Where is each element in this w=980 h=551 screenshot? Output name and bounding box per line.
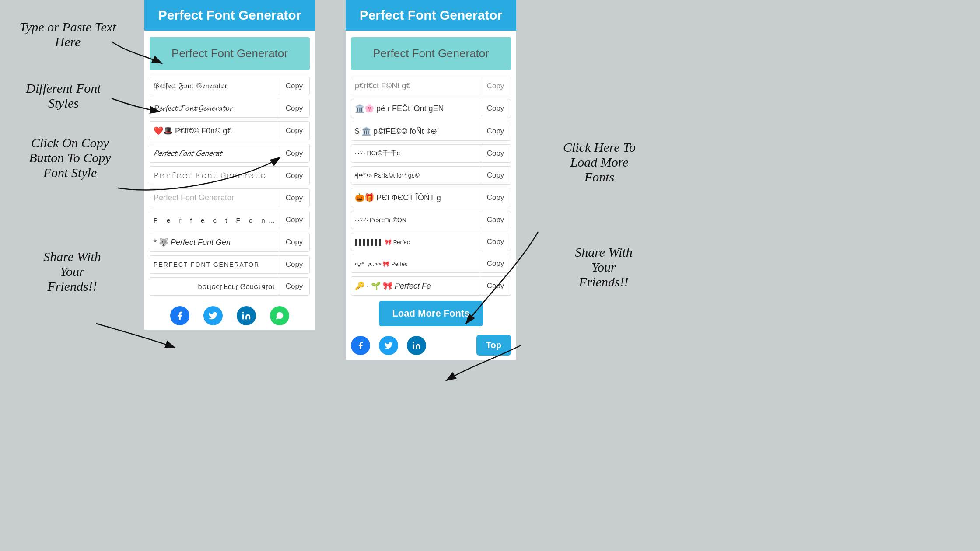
font-row-r9: 🔑 · 🌱 🎀 Perfect Fe Copy	[351, 276, 511, 296]
text-input[interactable]: Perfect Font Generator	[150, 37, 310, 70]
copy-btn-r8[interactable]: Copy	[480, 255, 511, 272]
font-row-7: P e r f e c t F o n t Copy	[150, 211, 310, 229]
copy-btn-1[interactable]: Copy	[279, 77, 309, 95]
font-text-9: PERFECT FONT GENERATOR	[150, 257, 279, 272]
font-row-r5: 🎃🎁 ΡЄГФЄCT ĨÔŃT g Copy	[351, 188, 511, 207]
copy-btn-r2[interactable]: Copy	[480, 122, 511, 140]
font-row-5: 𝙿𝚎𝚛𝚏𝚎𝚌𝚝 𝙵𝚘𝚗𝚝 𝙶𝚎𝚗𝚎𝚛𝚊𝚝𝚘 Copy	[150, 166, 310, 185]
copy-btn-8[interactable]: Copy	[279, 234, 309, 251]
font-row-3: ❤️🎩 P€ff€© F0n© g€ Copy	[150, 121, 310, 140]
font-text-r3: ·'·'·'· ΠЄr©千ª千c	[351, 145, 480, 162]
copy-btn-4[interactable]: Copy	[279, 145, 309, 162]
copy-btn-r3[interactable]: Copy	[480, 145, 511, 162]
font-text-r1: 🏛️🌸 pé r FEČt 'Ont gEN	[351, 99, 480, 118]
copy-btn-r9[interactable]: Copy	[480, 277, 511, 295]
font-text-r2: $ 🏛️ p©fFE©© foÑt ¢⊕|	[351, 122, 480, 140]
font-text-1: 𝔓𝔢𝔯𝔣𝔢𝔠𝔱 𝔉𝔬𝔫𝔱 𝔊𝔢𝔫𝔢𝔯𝔞𝔱𝔬𝔯	[150, 77, 279, 95]
font-row-9: PERFECT FONT GENERATOR Copy	[150, 255, 310, 274]
copy-btn-r7[interactable]: Copy	[480, 233, 511, 251]
annotation-share-right: Share WithYourFriends!!	[542, 245, 665, 289]
svg-point-1	[413, 342, 414, 343]
right-phone-panel: Perfect Font Generator Perfect Font Gene…	[346, 0, 516, 360]
font-row-8: * 🐺 Perfect Font Gen Copy	[150, 233, 310, 252]
top-button[interactable]: Top	[476, 335, 511, 356]
font-text-right-partial: p€rf€ct F©Nt g€	[351, 77, 480, 95]
right-bottom-row: Top	[346, 331, 516, 360]
copy-btn-5[interactable]: Copy	[279, 167, 309, 185]
copy-btn-2[interactable]: Copy	[279, 100, 309, 117]
twitter-icon-left[interactable]	[203, 306, 223, 325]
font-row-6: Perfect Font Generator Copy	[150, 188, 310, 207]
font-text-4: 𝘗𝘦𝘳𝘧𝘦𝘤𝘵 𝘍𝘰𝘯𝘵 𝘎𝘦𝘯𝘦𝘳𝘢𝘵	[150, 144, 279, 162]
font-row-r2: $ 🏛️ p©fFE©© foÑt ¢⊕| Copy	[351, 122, 511, 141]
copy-btn-9[interactable]: Copy	[279, 256, 309, 273]
copy-btn-right-partial[interactable]: Copy	[480, 77, 511, 95]
linkedin-icon-left[interactable]	[237, 306, 256, 325]
font-text-7: P e r f e c t F o n t	[150, 212, 279, 228]
font-text-r9: 🔑 · 🌱 🎀 Perfect Fe	[351, 277, 480, 295]
font-text-r7: ▌▌▌▌▌▌▌ 🎀 Perfec	[351, 234, 480, 250]
copy-btn-r6[interactable]: Copy	[480, 211, 511, 229]
font-text-r6: ·'·'·'·'· Рєя'є□т ©ON	[351, 212, 480, 228]
load-more-button[interactable]: Load More Fonts	[379, 301, 483, 326]
font-row-2: 𝓟𝓮𝓻𝓯𝓮𝓬𝓽 𝓕𝓸𝓷𝓽 𝓖𝓮𝓷𝓮𝓻𝓪𝓽𝓸𝓻 Copy	[150, 99, 310, 118]
font-text-8: * 🐺 Perfect Font Gen	[150, 233, 279, 251]
annotation-click-copy: Click On CopyButton To CopyFont Style	[9, 136, 131, 180]
font-text-2: 𝓟𝓮𝓻𝓯𝓮𝓬𝓽 𝓕𝓸𝓷𝓽 𝓖𝓮𝓷𝓮𝓻𝓪𝓽𝓸𝓻	[150, 99, 279, 117]
font-row-10: ɹoʇɐɹǝuǝ⅁ ʇuoℲ ʇɔǝɟɹǝd Copy	[150, 277, 310, 296]
facebook-icon-left[interactable]	[170, 306, 189, 325]
annotation-click-load: Click Here ToLoad MoreFonts	[538, 140, 661, 185]
font-text-10: ɹoʇɐɹǝuǝ⅁ ʇuoℲ ʇɔǝɟɹǝd	[150, 278, 279, 295]
right-panel-header: Perfect Font Generator	[346, 0, 516, 31]
font-text-r4: •|••°'•» Pɛrfɛ©t fo** gɛ©	[351, 167, 480, 183]
left-panel-header: Perfect Font Generator	[144, 0, 315, 31]
font-text-r5: 🎃🎁 ΡЄГФЄCT ĨÔŃT g	[351, 188, 480, 207]
annotation-type-paste: Type or Paste TextHere	[13, 20, 122, 49]
font-row-4: 𝘗𝘦𝘳𝘧𝘦𝘤𝘵 𝘍𝘰𝘯𝘵 𝘎𝘦𝘯𝘦𝘳𝘢𝘵 Copy	[150, 144, 310, 163]
copy-btn-r5[interactable]: Copy	[480, 189, 511, 206]
annotation-share-left: Share WithYourFriends!!	[22, 249, 122, 294]
font-row-r6: ·'·'·'·'· Рєя'є□т ©ON Copy	[351, 211, 511, 229]
font-row-r1: 🏛️🌸 pé r FEČt 'Ont gEN Copy	[351, 99, 511, 118]
copy-btn-r1[interactable]: Copy	[480, 100, 511, 117]
left-phone-panel: Perfect Font Generator Perfect Font Gene…	[144, 0, 315, 330]
annotation-different-fonts: Different FontStyles	[4, 81, 122, 111]
font-row-r3: ·'·'·'· ΠЄr©千ª千c Copy	[351, 144, 511, 163]
svg-point-0	[242, 312, 244, 314]
font-row-r4: •|••°'•» Pɛrfɛ©t fo** gɛ© Copy	[351, 166, 511, 185]
copy-btn-6[interactable]: Copy	[279, 189, 309, 207]
font-text-6: Perfect Font Generator	[150, 189, 279, 207]
copy-btn-7[interactable]: Copy	[279, 211, 309, 229]
twitter-icon-right[interactable]	[379, 336, 398, 355]
font-row-right-partial: p€rf€ct F©Nt g€ Copy	[351, 77, 511, 95]
right-text-input[interactable]: Perfect Font Generator	[351, 37, 511, 70]
copy-btn-3[interactable]: Copy	[279, 122, 309, 139]
whatsapp-icon-left[interactable]	[270, 306, 289, 325]
font-row-1: 𝔓𝔢𝔯𝔣𝔢𝔠𝔱 𝔉𝔬𝔫𝔱 𝔊𝔢𝔫𝔢𝔯𝔞𝔱𝔬𝔯 Copy	[150, 77, 310, 95]
copy-btn-10[interactable]: Copy	[279, 278, 309, 295]
facebook-icon-right[interactable]	[351, 336, 370, 355]
copy-btn-r4[interactable]: Copy	[480, 167, 511, 184]
font-text-5: 𝙿𝚎𝚛𝚏𝚎𝚌𝚝 𝙵𝚘𝚗𝚝 𝙶𝚎𝚗𝚎𝚛𝚊𝚝𝚘	[150, 167, 279, 185]
social-row-left	[144, 299, 315, 330]
font-text-3: ❤️🎩 P€ff€© F0n© g€	[150, 122, 279, 140]
linkedin-icon-right[interactable]	[407, 336, 426, 355]
font-row-r8: ¤„•°¯„•..>> 🎀 Perfec Copy	[351, 255, 511, 273]
font-text-r8: ¤„•°¯„•..>> 🎀 Perfec	[351, 256, 480, 272]
font-row-r7: ▌▌▌▌▌▌▌ 🎀 Perfec Copy	[351, 233, 511, 251]
